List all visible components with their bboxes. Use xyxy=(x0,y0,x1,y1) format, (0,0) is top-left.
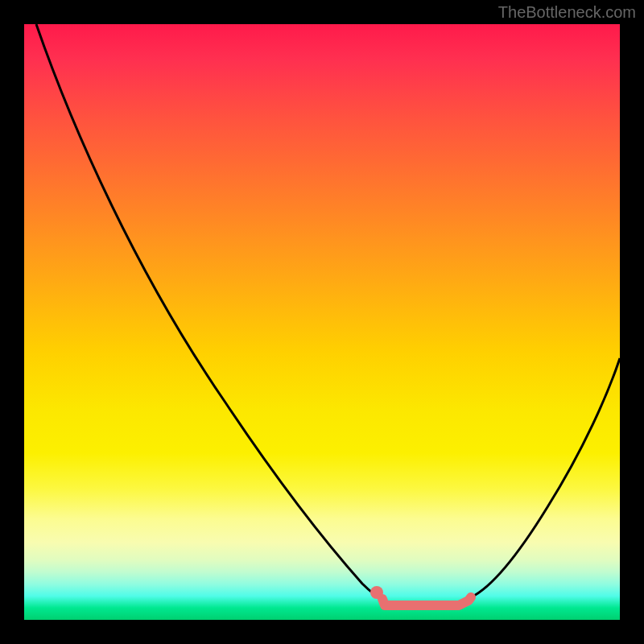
curve-right-branch xyxy=(471,358,620,597)
best-fit-segment xyxy=(382,597,471,605)
watermark-text: TheBottleneck.com xyxy=(498,3,636,22)
bottleneck-curve-svg xyxy=(24,24,620,620)
chart-container: TheBottleneck.com xyxy=(0,0,644,644)
curve-left-branch xyxy=(36,24,382,599)
plot-area xyxy=(24,24,620,620)
best-fit-dot xyxy=(370,586,383,599)
